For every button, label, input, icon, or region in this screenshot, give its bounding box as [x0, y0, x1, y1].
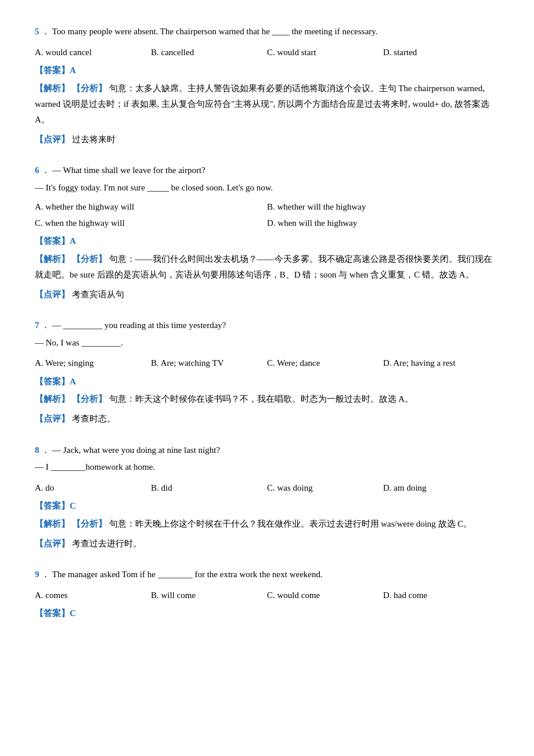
q6-answer: 【答案】A	[35, 234, 499, 249]
q9-option-c: C. would come	[267, 588, 383, 603]
q5-option-a: A. would cancel	[35, 45, 151, 60]
q6-analysis: 【解析】 【分析】 句意：——我们什么时间出发去机场？——今天多雾。我不确定高速…	[35, 251, 499, 283]
question-7: 7 ． — _________ you reading at this time…	[35, 318, 499, 427]
q5-option-b: B. cancelled	[151, 45, 267, 60]
q7-option-a: A. Were; singing	[35, 356, 151, 371]
q9-answer: 【答案】C	[35, 606, 499, 621]
q7-text1: 7 ． — _________ you reading at this time…	[35, 318, 499, 333]
q8-commentary: 【点评】 考查过去进行时。	[35, 537, 499, 552]
q8-content: — Jack, what were you doing at nine last…	[52, 445, 220, 455]
q8-text2: — I ________homework at home.	[35, 460, 499, 475]
q9-number: 9	[35, 570, 39, 579]
q8-number: 8	[35, 445, 39, 455]
q5-option-d: D. started	[383, 45, 499, 60]
q7-content: — _________ you reading at this time yes…	[52, 321, 226, 330]
q7-option-d: D. Are; having a rest	[383, 356, 499, 371]
q9-option-a: A. comes	[35, 588, 151, 603]
q5-analysis: 【解析】 【分析】 句意：太多人缺席。主持人警告说如果有必要的话他将取消这个会议…	[35, 81, 499, 128]
q9-option-b: B. will come	[151, 588, 267, 603]
q8-option-c: C. was doing	[267, 481, 383, 496]
q5-text: 5 ． Too many people were absent. The cha…	[35, 24, 499, 39]
q5-content: Too many people were absent. The chairpe…	[52, 27, 378, 36]
question-8: 8 ． — Jack, what were you doing at nine …	[35, 443, 499, 552]
q6-options: A. whether the highway will B. whether w…	[35, 200, 499, 231]
q7-answer: 【答案】A	[35, 375, 499, 390]
q5-number: 5	[35, 27, 39, 36]
question-5: 5 ． Too many people were absent. The cha…	[35, 24, 499, 147]
q5-option-c: C. would start	[267, 45, 383, 60]
q9-options: A. comes B. will come C. would come D. h…	[35, 588, 499, 603]
q6-option-d: D. when will the highway	[267, 216, 499, 231]
q5-answer: 【答案】A	[35, 63, 499, 78]
q6-option-c: C. when the highway will	[35, 216, 267, 231]
q6-text2: — It's foggy today. I'm not sure _____ b…	[35, 181, 499, 196]
q7-options: A. Were; singing B. Are; watching TV C. …	[35, 356, 499, 371]
question-9: 9 ． The manager asked Tom if he ________…	[35, 567, 499, 621]
q8-option-d: D. am doing	[383, 481, 499, 496]
q8-answer: 【答案】C	[35, 499, 499, 514]
q5-options: A. would cancel B. cancelled C. would st…	[35, 45, 499, 60]
q6-number: 6	[35, 165, 39, 175]
q9-option-d: D. had come	[383, 588, 499, 603]
q6-content: — What time shall we leave for the airpo…	[52, 165, 205, 175]
q6-option-a: A. whether the highway will	[35, 200, 267, 215]
q6-option-b: B. whether will the highway	[267, 200, 499, 215]
q8-options: A. do B. did C. was doing D. am doing	[35, 481, 499, 496]
q7-number: 7	[35, 321, 39, 330]
q9-content: The manager asked Tom if he ________ for…	[52, 570, 323, 579]
q6-commentary: 【点评】 考查宾语从句	[35, 287, 499, 303]
q7-option-b: B. Are; watching TV	[151, 356, 267, 371]
q8-text1: 8 ． — Jack, what were you doing at nine …	[35, 443, 499, 458]
q8-option-a: A. do	[35, 481, 151, 496]
q7-commentary: 【点评】 考查时态。	[35, 412, 499, 427]
question-6: 6 ． — What time shall we leave for the a…	[35, 163, 499, 302]
q5-commentary: 【点评】 过去将来时	[35, 132, 499, 147]
q7-analysis: 【解析】 【分析】 句意：昨天这个时候你在读书吗？不，我在唱歌。时态为一般过去时…	[35, 391, 499, 407]
q7-text2: — No, I was _________.	[35, 336, 499, 351]
q7-option-c: C. Were; dance	[267, 356, 383, 371]
q9-text: 9 ． The manager asked Tom if he ________…	[35, 567, 499, 582]
q8-analysis: 【解析】 【分析】 句意：昨天晚上你这个时候在干什么？我在做作业。表示过去进行时…	[35, 516, 499, 532]
q8-option-b: B. did	[151, 481, 267, 496]
q6-text1: 6 ． — What time shall we leave for the a…	[35, 163, 499, 178]
